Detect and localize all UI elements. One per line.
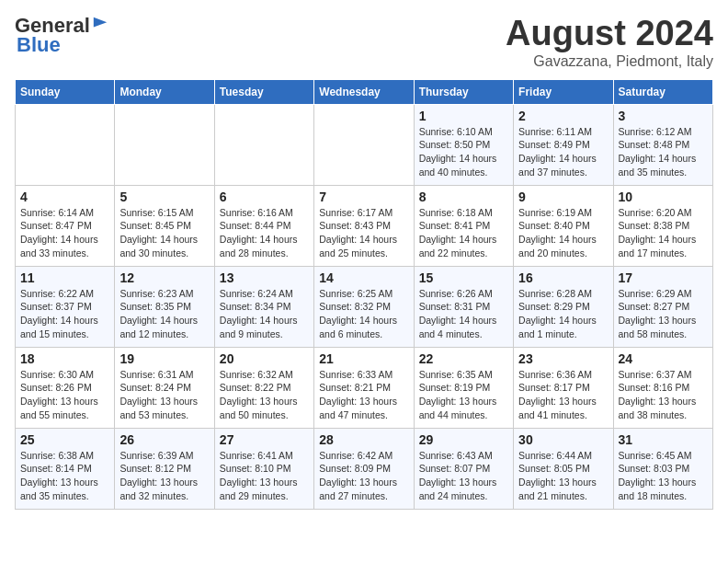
day-info: Sunrise: 6:33 AM Sunset: 8:21 PM Dayligh… xyxy=(319,368,408,422)
day-of-week-header: Wednesday xyxy=(314,79,414,104)
calendar-cell: 18Sunrise: 6:30 AM Sunset: 8:26 PM Dayli… xyxy=(16,347,115,428)
calendar-cell: 17Sunrise: 6:29 AM Sunset: 8:27 PM Dayli… xyxy=(613,266,712,347)
day-number: 18 xyxy=(20,351,109,366)
day-info: Sunrise: 6:23 AM Sunset: 8:35 PM Dayligh… xyxy=(119,287,209,341)
day-of-week-header: Saturday xyxy=(613,79,712,104)
calendar-cell xyxy=(115,104,214,185)
calendar-cell: 9Sunrise: 6:19 AM Sunset: 8:40 PM Daylig… xyxy=(514,185,613,266)
calendar-cell: 11Sunrise: 6:22 AM Sunset: 8:37 PM Dayli… xyxy=(16,266,115,347)
day-number: 24 xyxy=(619,351,708,366)
day-number: 20 xyxy=(220,351,309,366)
calendar-cell: 31Sunrise: 6:45 AM Sunset: 8:03 PM Dayli… xyxy=(613,428,712,509)
day-info: Sunrise: 6:43 AM Sunset: 8:07 PM Dayligh… xyxy=(419,449,508,503)
day-number: 31 xyxy=(619,432,708,447)
day-number: 9 xyxy=(518,190,608,204)
day-of-week-header: Friday xyxy=(514,79,613,104)
day-info: Sunrise: 6:17 AM Sunset: 8:43 PM Dayligh… xyxy=(319,206,408,260)
day-info: Sunrise: 6:18 AM Sunset: 8:41 PM Dayligh… xyxy=(419,206,508,260)
day-number: 5 xyxy=(119,190,209,204)
calendar-cell: 8Sunrise: 6:18 AM Sunset: 8:41 PM Daylig… xyxy=(414,185,513,266)
logo: General Blue xyxy=(15,15,108,57)
calendar-cell: 12Sunrise: 6:23 AM Sunset: 8:35 PM Dayli… xyxy=(115,266,214,347)
calendar-cell: 24Sunrise: 6:37 AM Sunset: 8:16 PM Dayli… xyxy=(613,347,712,428)
day-number: 6 xyxy=(220,190,309,204)
location-subtitle: Gavazzana, Piedmont, Italy xyxy=(506,53,713,70)
day-number: 1 xyxy=(419,109,508,123)
day-info: Sunrise: 6:15 AM Sunset: 8:45 PM Dayligh… xyxy=(119,206,209,260)
calendar-header-row: SundayMondayTuesdayWednesdayThursdayFrid… xyxy=(16,79,713,104)
day-info: Sunrise: 6:35 AM Sunset: 8:19 PM Dayligh… xyxy=(419,368,508,422)
day-number: 7 xyxy=(319,190,408,204)
day-info: Sunrise: 6:44 AM Sunset: 8:05 PM Dayligh… xyxy=(518,449,608,503)
page-header: General Blue August 2024 Gavazzana, Pied… xyxy=(15,15,713,70)
calendar-cell: 29Sunrise: 6:43 AM Sunset: 8:07 PM Dayli… xyxy=(414,428,513,509)
calendar-cell: 22Sunrise: 6:35 AM Sunset: 8:19 PM Dayli… xyxy=(414,347,513,428)
calendar-week-row: 1Sunrise: 6:10 AM Sunset: 8:50 PM Daylig… xyxy=(16,104,713,185)
day-info: Sunrise: 6:29 AM Sunset: 8:27 PM Dayligh… xyxy=(619,287,708,341)
day-info: Sunrise: 6:36 AM Sunset: 8:17 PM Dayligh… xyxy=(518,368,608,422)
day-info: Sunrise: 6:28 AM Sunset: 8:29 PM Dayligh… xyxy=(518,287,608,341)
day-number: 17 xyxy=(619,270,708,285)
logo-blue: Blue xyxy=(17,33,61,57)
calendar-cell: 23Sunrise: 6:36 AM Sunset: 8:17 PM Dayli… xyxy=(514,347,613,428)
calendar-cell: 15Sunrise: 6:26 AM Sunset: 8:31 PM Dayli… xyxy=(414,266,513,347)
day-of-week-header: Thursday xyxy=(414,79,513,104)
calendar-cell: 14Sunrise: 6:25 AM Sunset: 8:32 PM Dayli… xyxy=(314,266,414,347)
day-of-week-header: Tuesday xyxy=(214,79,313,104)
calendar-body: 1Sunrise: 6:10 AM Sunset: 8:50 PM Daylig… xyxy=(16,104,713,509)
day-info: Sunrise: 6:37 AM Sunset: 8:16 PM Dayligh… xyxy=(619,368,708,422)
title-block: August 2024 Gavazzana, Piedmont, Italy xyxy=(506,15,713,70)
day-info: Sunrise: 6:26 AM Sunset: 8:31 PM Dayligh… xyxy=(419,287,508,341)
day-number: 2 xyxy=(518,109,608,123)
calendar-cell: 27Sunrise: 6:41 AM Sunset: 8:10 PM Dayli… xyxy=(214,428,313,509)
calendar-cell: 5Sunrise: 6:15 AM Sunset: 8:45 PM Daylig… xyxy=(115,185,214,266)
calendar-cell: 26Sunrise: 6:39 AM Sunset: 8:12 PM Dayli… xyxy=(115,428,214,509)
day-info: Sunrise: 6:39 AM Sunset: 8:12 PM Dayligh… xyxy=(119,449,209,503)
calendar-cell: 19Sunrise: 6:31 AM Sunset: 8:24 PM Dayli… xyxy=(115,347,214,428)
calendar-cell xyxy=(214,104,313,185)
logo-flag-icon xyxy=(92,16,108,32)
day-info: Sunrise: 6:19 AM Sunset: 8:40 PM Dayligh… xyxy=(518,206,608,260)
calendar-table: SundayMondayTuesdayWednesdayThursdayFrid… xyxy=(15,79,713,510)
day-info: Sunrise: 6:16 AM Sunset: 8:44 PM Dayligh… xyxy=(220,206,309,260)
day-info: Sunrise: 6:22 AM Sunset: 8:37 PM Dayligh… xyxy=(20,287,109,341)
day-number: 16 xyxy=(518,270,608,285)
day-number: 22 xyxy=(419,351,508,366)
day-number: 10 xyxy=(619,190,708,204)
day-number: 13 xyxy=(220,270,309,285)
calendar-week-row: 25Sunrise: 6:38 AM Sunset: 8:14 PM Dayli… xyxy=(16,428,713,509)
day-number: 25 xyxy=(20,432,109,447)
day-info: Sunrise: 6:42 AM Sunset: 8:09 PM Dayligh… xyxy=(319,449,408,503)
day-info: Sunrise: 6:38 AM Sunset: 8:14 PM Dayligh… xyxy=(20,449,109,503)
calendar-week-row: 11Sunrise: 6:22 AM Sunset: 8:37 PM Dayli… xyxy=(16,266,713,347)
day-number: 19 xyxy=(119,351,209,366)
day-number: 8 xyxy=(419,190,508,204)
calendar-cell xyxy=(16,104,115,185)
calendar-week-row: 18Sunrise: 6:30 AM Sunset: 8:26 PM Dayli… xyxy=(16,347,713,428)
day-info: Sunrise: 6:20 AM Sunset: 8:38 PM Dayligh… xyxy=(619,206,708,260)
day-number: 4 xyxy=(20,190,109,204)
calendar-cell: 4Sunrise: 6:14 AM Sunset: 8:47 PM Daylig… xyxy=(16,185,115,266)
day-info: Sunrise: 6:31 AM Sunset: 8:24 PM Dayligh… xyxy=(119,368,209,422)
calendar-week-row: 4Sunrise: 6:14 AM Sunset: 8:47 PM Daylig… xyxy=(16,185,713,266)
day-info: Sunrise: 6:25 AM Sunset: 8:32 PM Dayligh… xyxy=(319,287,408,341)
calendar-cell: 7Sunrise: 6:17 AM Sunset: 8:43 PM Daylig… xyxy=(314,185,414,266)
day-number: 29 xyxy=(419,432,508,447)
day-number: 23 xyxy=(518,351,608,366)
day-number: 27 xyxy=(220,432,309,447)
calendar-cell: 13Sunrise: 6:24 AM Sunset: 8:34 PM Dayli… xyxy=(214,266,313,347)
calendar-cell: 30Sunrise: 6:44 AM Sunset: 8:05 PM Dayli… xyxy=(514,428,613,509)
calendar-cell: 6Sunrise: 6:16 AM Sunset: 8:44 PM Daylig… xyxy=(214,185,313,266)
day-number: 21 xyxy=(319,351,408,366)
calendar-cell: 16Sunrise: 6:28 AM Sunset: 8:29 PM Dayli… xyxy=(514,266,613,347)
calendar-cell xyxy=(314,104,414,185)
day-number: 3 xyxy=(619,109,708,123)
day-info: Sunrise: 6:45 AM Sunset: 8:03 PM Dayligh… xyxy=(619,449,708,503)
month-year-title: August 2024 xyxy=(506,15,713,53)
calendar-cell: 21Sunrise: 6:33 AM Sunset: 8:21 PM Dayli… xyxy=(314,347,414,428)
calendar-cell: 25Sunrise: 6:38 AM Sunset: 8:14 PM Dayli… xyxy=(16,428,115,509)
day-number: 11 xyxy=(20,270,109,285)
day-number: 26 xyxy=(119,432,209,447)
day-info: Sunrise: 6:12 AM Sunset: 8:48 PM Dayligh… xyxy=(619,125,708,179)
svg-marker-0 xyxy=(94,17,107,28)
